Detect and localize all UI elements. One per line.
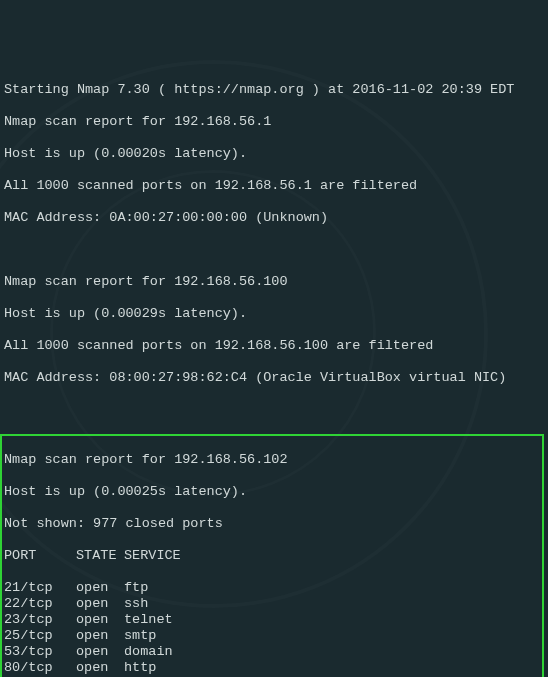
port-row: 22/tcpopenssh xyxy=(4,596,540,612)
header-port: PORT xyxy=(4,548,76,564)
host1-up: Host is up (0.00020s latency). xyxy=(4,146,544,162)
blank-line xyxy=(4,402,544,418)
state-cell: open xyxy=(76,612,124,628)
port-cell: 80/tcp xyxy=(4,660,76,676)
state-cell: open xyxy=(76,596,124,612)
service-cell: domain xyxy=(124,644,173,660)
port-cell: 22/tcp xyxy=(4,596,76,612)
port-cell: 21/tcp xyxy=(4,580,76,596)
host2-mac: MAC Address: 08:00:27:98:62:C4 (Oracle V… xyxy=(4,370,544,386)
port-table-header: PORTSTATESERVICE xyxy=(4,548,540,564)
host3-notshown: Not shown: 977 closed ports xyxy=(4,516,540,532)
port-row: 25/tcpopensmtp xyxy=(4,628,540,644)
terminal-output: Starting Nmap 7.30 ( https://nmap.org ) … xyxy=(4,66,544,677)
host2-report: Nmap scan report for 192.168.56.100 xyxy=(4,274,544,290)
host2-up: Host is up (0.00029s latency). xyxy=(4,306,544,322)
port-row: 80/tcpopenhttp xyxy=(4,660,540,676)
port-cell: 23/tcp xyxy=(4,612,76,628)
header-service: SERVICE xyxy=(124,548,181,564)
state-cell: open xyxy=(76,580,124,596)
port-cell: 25/tcp xyxy=(4,628,76,644)
state-cell: open xyxy=(76,628,124,644)
port-row: 21/tcpopenftp xyxy=(4,580,540,596)
highlighted-host-block: Nmap scan report for 192.168.56.102 Host… xyxy=(0,434,544,677)
host1-report: Nmap scan report for 192.168.56.1 xyxy=(4,114,544,130)
port-table-body: 21/tcpopenftp22/tcpopenssh23/tcpopenteln… xyxy=(4,580,540,677)
service-cell: http xyxy=(124,660,156,676)
port-row: 23/tcpopentelnet xyxy=(4,612,540,628)
service-cell: ssh xyxy=(124,596,148,612)
blank-line xyxy=(4,242,544,258)
host1-filtered: All 1000 scanned ports on 192.168.56.1 a… xyxy=(4,178,544,194)
host3-up: Host is up (0.00025s latency). xyxy=(4,484,540,500)
service-cell: smtp xyxy=(124,628,156,644)
state-cell: open xyxy=(76,660,124,676)
host2-filtered: All 1000 scanned ports on 192.168.56.100… xyxy=(4,338,544,354)
state-cell: open xyxy=(76,644,124,660)
service-cell: telnet xyxy=(124,612,173,628)
host3-report: Nmap scan report for 192.168.56.102 xyxy=(4,452,540,468)
port-row: 53/tcpopendomain xyxy=(4,644,540,660)
header-state: STATE xyxy=(76,548,124,564)
service-cell: ftp xyxy=(124,580,148,596)
nmap-starting-line: Starting Nmap 7.30 ( https://nmap.org ) … xyxy=(4,82,544,98)
host1-mac: MAC Address: 0A:00:27:00:00:00 (Unknown) xyxy=(4,210,544,226)
port-cell: 53/tcp xyxy=(4,644,76,660)
